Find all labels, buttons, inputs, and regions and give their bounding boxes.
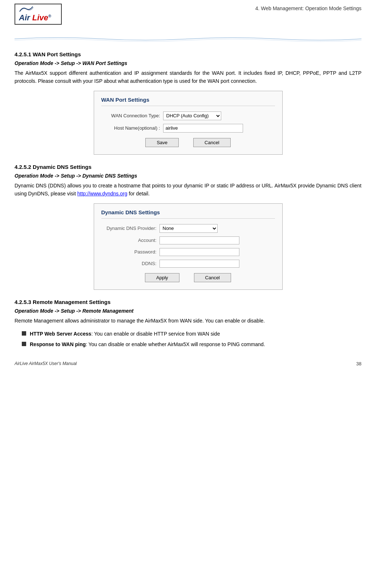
ddns-body-text1: Dynamic DNS (DDNS) allows you to create … (15, 183, 361, 196)
bullet-http-body: : You can enable or disable HTTP service… (91, 331, 220, 337)
bullet-http-label: HTTP Web Server Access (30, 331, 91, 337)
bullet-ping-text: Response to WAN ping: You can disable or… (30, 341, 265, 348)
ddns-box-title: Dynamic DNS Settings (101, 209, 275, 219)
ddns-account-input[interactable] (159, 236, 239, 244)
ddns-ddns-label: DDNS: (101, 261, 159, 266)
wan-save-button[interactable]: Save (145, 138, 179, 147)
section-ddns-body: Dynamic DNS (DDNS) allows you to create … (15, 182, 361, 198)
ddns-apply-button[interactable]: Apply (145, 273, 179, 282)
header-title: 4. Web Management: Operation Mode Settin… (255, 4, 361, 11)
header: Air Live® 4. Web Management: Operation M… (15, 4, 361, 28)
remote-bullet-list: HTTP Web Server Access: You can enable o… (22, 330, 361, 348)
page-footer: AirLive AirMax5X User's Manual 38 (15, 359, 361, 366)
bullet-ping-square-icon (22, 342, 26, 346)
section-ddns-heading: 4.2.5.2 Dynamic DNS Settings (15, 164, 361, 170)
wan-form-buttons: Save Cancel (101, 138, 275, 147)
wan-cancel-button[interactable]: Cancel (193, 138, 230, 147)
section-wan-heading: 4.2.5.1 WAN Port Settings (15, 51, 361, 57)
ddns-provider-select[interactable]: None DynDNS (159, 224, 218, 233)
section-wan-body: The AirMax5X support different authentic… (15, 69, 361, 85)
footer-text: AirLive AirMax5X User's Manual (15, 361, 77, 366)
bullet-http-text: HTTP Web Server Access: You can enable o… (30, 330, 220, 338)
wan-connection-row: WAN Connection Type: DHCP (Auto Config) … (101, 111, 275, 120)
dyndns-link[interactable]: http://www.dyndns.org (77, 191, 128, 196)
ddns-ddns-input[interactable] (159, 260, 239, 268)
ddns-body-text2: for detail. (128, 191, 150, 196)
ddns-provider-row: Dynamic DNS Provider: None DynDNS (101, 224, 275, 233)
ddns-provider-label: Dynamic DNS Provider: (101, 226, 159, 231)
page-number: 38 (356, 361, 361, 366)
section-ddns-subheading: Operation Mode -> Setup -> Dynamic DNS S… (15, 173, 361, 179)
ddns-cancel-button[interactable]: Cancel (194, 273, 231, 282)
ddns-password-input[interactable] (159, 248, 239, 256)
logo-box: Air Live® (15, 4, 62, 25)
wan-settings-box: WAN Port Settings WAN Connection Type: D… (94, 91, 283, 155)
bullet-ping: Response to WAN ping: You can disable or… (22, 341, 361, 348)
ddns-password-label: Password: (101, 249, 159, 255)
ddns-ddns-row: DDNS: (101, 260, 275, 268)
bullet-square-icon (22, 331, 26, 336)
section-remote: 4.2.5.3 Remote Management Settings Opera… (15, 299, 361, 348)
section-remote-subheading: Operation Mode -> Setup -> Remote Manage… (15, 308, 361, 314)
section-wan: 4.2.5.1 WAN Port Settings Operation Mode… (15, 51, 361, 155)
page-container: Air Live® 4. Web Management: Operation M… (0, 0, 376, 588)
wan-hostname-label: Host Name(optional) : (101, 125, 163, 131)
logo-signal (19, 6, 33, 12)
section-ddns: 4.2.5.2 Dynamic DNS Settings Operation M… (15, 164, 361, 290)
ddns-settings-box: Dynamic DNS Settings Dynamic DNS Provide… (94, 203, 283, 290)
section-wan-subheading: Operation Mode -> Setup -> WAN Port Sett… (15, 60, 361, 66)
signal-icon (19, 6, 33, 12)
ddns-account-label: Account: (101, 238, 159, 243)
wan-box-title: WAN Port Settings (101, 97, 275, 106)
bullet-ping-label: Response to WAN ping (30, 341, 86, 347)
bullet-ping-body: : You can disable or enable whether AirM… (86, 341, 265, 347)
section-remote-body: Remote Management allows administrator t… (15, 317, 361, 325)
ddns-password-row: Password: (101, 248, 275, 256)
header-wave (15, 36, 361, 42)
wan-connection-label: WAN Connection Type: (101, 113, 163, 118)
wan-hostname-row: Host Name(optional) : (101, 124, 275, 133)
section-remote-heading: 4.2.5.3 Remote Management Settings (15, 299, 361, 305)
ddns-account-row: Account: (101, 236, 275, 244)
ddns-form-buttons: Apply Cancel (101, 273, 275, 282)
logo-text: Air Live® (19, 13, 51, 23)
wan-hostname-input[interactable] (163, 124, 243, 133)
bullet-http: HTTP Web Server Access: You can enable o… (22, 330, 361, 338)
logo-area: Air Live® (15, 4, 62, 25)
wan-connection-select[interactable]: DHCP (Auto Config) Fixed IP PPPoE PPTP L… (163, 111, 221, 120)
